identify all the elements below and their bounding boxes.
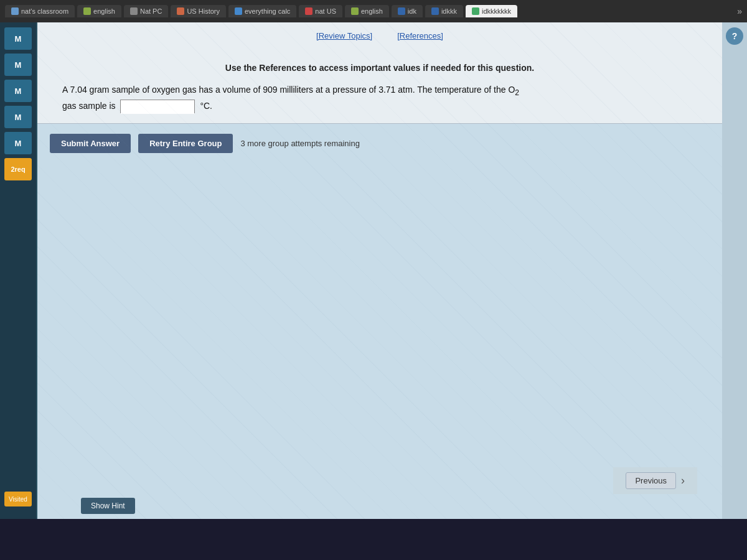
- tab-everything-calc[interactable]: everything calc: [228, 5, 296, 17]
- main-area: M M M M M 2req Visited [Review Topics] […: [0, 22, 747, 519]
- tab-references[interactable]: [References]: [385, 27, 456, 45]
- sidebar: M M M M M 2req Visited: [0, 22, 37, 519]
- submit-answer-button[interactable]: Submit Answer: [50, 134, 131, 153]
- tab-idkkk[interactable]: idkkk: [425, 5, 463, 17]
- sidebar-item-m2[interactable]: M: [4, 54, 32, 76]
- tab-label-history: US History: [187, 7, 220, 15]
- help-button[interactable]: ?: [726, 27, 743, 45]
- sidebar-item-m5[interactable]: M: [4, 132, 32, 154]
- sidebar-item-m4[interactable]: M: [4, 106, 32, 128]
- sidebar-label-2req: 2req: [11, 166, 25, 173]
- tab-icon-natpc: [130, 7, 138, 15]
- retry-entire-group-button[interactable]: Retry Entire Group: [138, 134, 233, 153]
- tab-icon-history: [177, 7, 184, 15]
- unit-label: °C.: [200, 101, 212, 111]
- question-part1: A 7.04 gram sample of oxygen gas has a v…: [62, 85, 515, 95]
- tab-label-idkkk: idkkk: [441, 7, 457, 15]
- tab-english1[interactable]: english: [77, 5, 121, 17]
- answer-input-wrapper: [120, 100, 195, 113]
- bottom-nav: Previous ›: [613, 467, 697, 494]
- sidebar-label-m2: M: [15, 60, 22, 70]
- tab-english2[interactable]: english: [345, 5, 389, 17]
- tab-label-english1: english: [93, 7, 115, 15]
- next-arrow-button[interactable]: ›: [681, 474, 685, 487]
- visited-label: Visited: [9, 496, 27, 503]
- tab-icon-calc: [235, 7, 242, 15]
- attempts-remaining-text: 3 more group attempts remaining: [240, 139, 359, 148]
- sidebar-visited-btn[interactable]: Visited: [4, 492, 32, 506]
- sidebar-label-m4: M: [15, 113, 22, 122]
- tab-nats-classroom[interactable]: nat's classroom: [5, 5, 75, 17]
- sidebar-label-m5: M: [15, 139, 22, 148]
- tab-idkkkkkkk[interactable]: idkkkkkkk: [466, 5, 517, 17]
- content-panel: [Review Topics] [References] Use the Ref…: [37, 22, 722, 519]
- sidebar-label-m3: M: [15, 86, 22, 96]
- browser-tab-bar: nat's classroom english Nat PC US Histor…: [0, 0, 747, 22]
- tab-label-idkkkkkkk: idkkkkkkk: [482, 7, 511, 15]
- sidebar-bottom: Visited: [4, 184, 32, 519]
- tab-review-topics[interactable]: [Review Topics]: [304, 27, 385, 45]
- tab-label-english2: english: [361, 7, 383, 15]
- question-container: Use the References to access important v…: [37, 45, 722, 124]
- o2-subscript: 2: [515, 88, 519, 97]
- tabs-more-arrow[interactable]: »: [737, 6, 742, 16]
- right-panel: ?: [722, 22, 747, 519]
- show-hint-button[interactable]: Show Hint: [81, 498, 135, 514]
- tab-label-natus: nat US: [315, 7, 336, 15]
- tab-icon-natus: [305, 7, 312, 15]
- button-row: Submit Answer Retry Entire Group 3 more …: [37, 124, 722, 163]
- sidebar-item-2req[interactable]: 2req: [4, 158, 32, 180]
- tab-nat-pc[interactable]: Nat PC: [124, 5, 168, 17]
- question-part2: gas sample is: [62, 101, 116, 111]
- tab-icon-idkkk: [431, 7, 439, 15]
- tab-label-idk: idk: [408, 7, 416, 15]
- tab-icon-nats: [11, 7, 19, 15]
- tab-navigation: [Review Topics] [References]: [37, 22, 722, 45]
- temperature-input[interactable]: [121, 101, 194, 114]
- tab-idk[interactable]: idk: [392, 5, 423, 17]
- tab-icon-idk: [398, 7, 405, 15]
- tab-nat-us[interactable]: nat US: [299, 5, 342, 17]
- tab-icon-english2: [351, 7, 359, 15]
- tab-icon-idkkkkkkk: [472, 7, 479, 15]
- tab-us-history[interactable]: US History: [171, 5, 226, 17]
- question-text: A 7.04 gram sample of oxygen gas has a v…: [50, 78, 710, 113]
- tab-label-nats: nat's classroom: [21, 7, 68, 15]
- instruction-text: Use the References to access important v…: [50, 55, 710, 78]
- tab-label-calc: everything calc: [245, 7, 290, 15]
- taskbar: [0, 541, 747, 560]
- sidebar-item-m3[interactable]: M: [4, 80, 32, 102]
- sidebar-label-m1: M: [15, 34, 22, 44]
- tab-label-natpc: Nat PC: [140, 7, 162, 15]
- previous-button[interactable]: Previous: [626, 472, 676, 489]
- tab-icon-english1: [83, 7, 91, 15]
- sidebar-item-m1[interactable]: M: [4, 27, 32, 50]
